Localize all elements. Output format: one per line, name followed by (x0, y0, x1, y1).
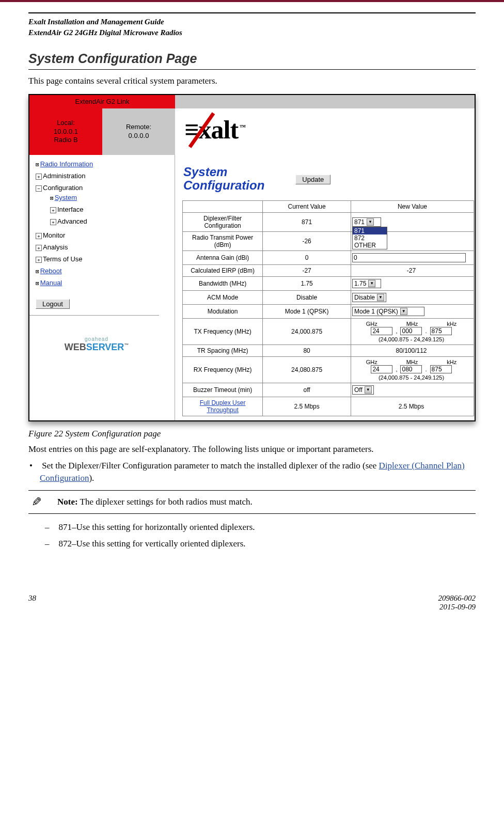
local-ip: 10.0.0.1 (54, 128, 78, 136)
figure-caption: Figure 22 System Configuration page (28, 429, 476, 439)
txfreq-mhz-input[interactable] (400, 327, 422, 335)
row-txpower: Radio Transmit Power (dBm) -26 (183, 231, 474, 250)
chevron-down-icon: ▼ (368, 280, 375, 287)
nav-manual[interactable]: ⊠Manual (36, 277, 175, 289)
post-figure-paragraph: Most entries on this page are self-expla… (28, 444, 476, 454)
row-diplexer: Diplexer/Filter Configuration 871 871▼ 8… (183, 212, 474, 231)
col-current: Current Value (263, 200, 351, 212)
txfreq-khz-input[interactable] (430, 327, 452, 335)
row-eirp: Calculated EIRP (dBm) -27 -27 (183, 264, 474, 276)
local-label: Local: (57, 119, 75, 128)
nav-interface[interactable]: +Interface (50, 203, 175, 215)
row-modulation: Modulation Mode 1 (QPSK) Mode 1 (QPSK)▼ (183, 304, 474, 318)
doc-number: 209866-002 (438, 594, 476, 603)
bandwidth-select[interactable]: 1.75▼ (352, 279, 381, 288)
antenna-gain-input[interactable] (352, 253, 466, 262)
nav-system[interactable]: ⊠System (50, 192, 175, 203)
chevron-down-icon: ▼ (367, 218, 374, 226)
local-radio-tab[interactable]: Local: 10.0.0.1 Radio B (29, 108, 102, 155)
row-trspacing: TR Spacing (MHz) 80 80/100/112 (183, 344, 474, 356)
webserver-logo: WEBSERVER™ (55, 342, 138, 353)
row-buzzer: Buzzer Timeout (min) off Off▼ (183, 383, 474, 397)
nav-terms[interactable]: +Terms of Use (36, 253, 175, 265)
row-throughput: Full Duplex User Throughput 2.5 Mbps 2.5… (183, 397, 474, 416)
remote-label: Remote: (126, 123, 151, 132)
local-radio: Radio B (54, 136, 77, 145)
chevron-down-icon: ▼ (377, 294, 384, 301)
nav-analysis[interactable]: +Analysis (36, 241, 175, 253)
dash-871: 871–Use this setting for horizontally or… (58, 519, 476, 536)
mhz-label: MHz (406, 359, 418, 365)
row-rxfreq: RX Frequency (MHz) 24,080.875 GHz MHz kH… (183, 356, 474, 383)
nav-configuration[interactable]: −Configuration ⊠System +Interface +Advan… (36, 182, 175, 229)
nav-radio-info[interactable]: ⊠Radio Information (36, 158, 175, 170)
row-antgain: Antenna Gain (dBi) 0 (183, 250, 474, 264)
nav-advanced[interactable]: +Advanced (50, 215, 175, 227)
acm-select[interactable]: Disable▼ (352, 293, 386, 302)
buzzer-select[interactable]: Off▼ (352, 385, 374, 395)
top-grey-bar (175, 95, 475, 108)
doc-title-2: ExtendAir G2 24GHz Digital Microwave Rad… (28, 27, 476, 38)
chevron-down-icon: ▼ (400, 308, 407, 315)
page-number: 38 (28, 594, 36, 612)
note-icon: ✎ (32, 495, 42, 509)
ghz-label: GHz (366, 321, 377, 327)
rxfreq-mhz-input[interactable] (400, 365, 422, 373)
nav-sidebar: ⊠Radio Information +Administration −Conf… (29, 155, 175, 420)
remote-ip: 0.0.0.0 (129, 132, 149, 140)
row-bandwidth: Bandwidth (MHz) 1.75 1.75▼ (183, 276, 474, 290)
section-heading: System Configuration Page (28, 51, 476, 66)
khz-label: kHz (447, 359, 456, 365)
col-blank (183, 200, 263, 212)
row-acm: ACM Mode Disable Disable▼ (183, 290, 474, 304)
khz-label: kHz (447, 321, 456, 327)
nav-monitor[interactable]: +Monitor (36, 229, 175, 241)
rxfreq-ghz-input[interactable] (371, 365, 392, 373)
dash-872: 872–Use this setting for vertically orie… (58, 536, 476, 552)
ghz-label: GHz (366, 359, 377, 365)
diplexer-select[interactable]: 871▼ (352, 217, 381, 227)
link-name-bar: ExtendAir G2 Link (29, 95, 175, 108)
intro-paragraph: This page contains several critical syst… (28, 76, 476, 86)
remote-radio-tab[interactable]: Remote: 0.0.0.0 (102, 108, 175, 155)
rxfreq-khz-input[interactable] (430, 365, 452, 373)
txfreq-range: (24,000.875 - 24,249.125) (352, 336, 470, 342)
txfreq-ghz-input[interactable] (371, 327, 392, 335)
update-button[interactable]: Update (295, 175, 330, 184)
diplexer-options[interactable]: 871 872 OTHER (352, 227, 387, 249)
rxfreq-range: (24,000.875 - 24,249.125) (352, 374, 470, 381)
exalt-logo: ≡xalt™ (184, 115, 475, 145)
nav-administration[interactable]: +Administration (36, 170, 175, 182)
throughput-link[interactable]: Full Duplex User Throughput (200, 399, 246, 414)
goahead-label: goahead (55, 336, 138, 342)
modulation-select[interactable]: Mode 1 (QPSK)▼ (352, 307, 424, 316)
doc-date: 2015-09-09 (438, 603, 476, 612)
nav-reboot[interactable]: ⊠Reboot (36, 265, 175, 277)
chevron-down-icon: ▼ (365, 386, 372, 394)
figure-screenshot: ExtendAir G2 Link Local: 10.0.0.1 Radio … (28, 94, 476, 421)
row-txfreq: TX Frequency (MHz) 24,000.875 GHz MHz kH… (183, 318, 474, 344)
panel-title: SystemConfiguration (183, 165, 264, 193)
logout-button[interactable]: Logout (36, 299, 70, 309)
config-table: Current Value New Value Diplexer/Filter … (182, 200, 474, 416)
mhz-label: MHz (406, 321, 418, 327)
col-new: New Value (351, 200, 474, 212)
bullet-diplexer: Set the Diplexer/Filter Configuration pa… (40, 460, 476, 485)
doc-title-1: Exalt Installation and Management Guide (28, 17, 476, 27)
note-box: ✎ Note: The diplexer settings for both r… (28, 490, 476, 514)
